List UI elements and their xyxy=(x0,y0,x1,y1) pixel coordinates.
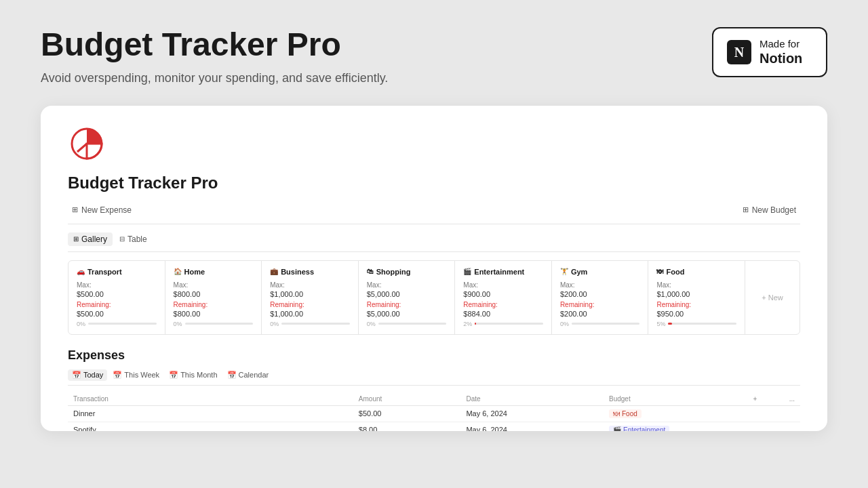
pie-chart-icon xyxy=(68,125,106,163)
col-header-more[interactable]: ... xyxy=(784,392,800,406)
budget-tag-entertainment: 🎬 Entertainment xyxy=(609,426,669,431)
table-row: Dinner $50.00 May 6, 2024 🍽 Food xyxy=(68,405,800,422)
budget-tag-food: 🍽 Food xyxy=(609,409,642,418)
budget-card-business: 💼 Business Max: $1,000.00 Remaining: $1,… xyxy=(262,261,359,334)
new-expense-icon: ⊞ xyxy=(72,205,78,214)
tab-table[interactable]: ⊟ Table xyxy=(114,232,153,246)
amount-cell: $8.00 xyxy=(353,422,461,431)
transaction-cell: Spotify xyxy=(68,422,353,431)
gallery-tabs-row: ⊞ Gallery ⊟ Table xyxy=(68,232,800,252)
notion-logo-icon: N xyxy=(727,40,751,64)
tab-gallery[interactable]: ⊞ Gallery xyxy=(68,232,113,246)
budget-card-shopping: 🛍 Shopping Max: $5,000.00 Remaining: $5,… xyxy=(359,261,456,334)
expense-tab-this-week[interactable]: 📅 This Week xyxy=(108,369,163,381)
col-header-budget: Budget xyxy=(604,392,748,406)
main-title: Budget Tracker Pro xyxy=(41,27,388,63)
new-budget-icon: ⊞ xyxy=(743,205,749,214)
entertainment-tag-icon: 🎬 xyxy=(613,426,621,431)
main-card: Budget Tracker Pro ⊞ New Expense ⊞ New B… xyxy=(41,106,827,431)
today-icon: 📅 xyxy=(72,371,81,380)
expense-tab-this-month[interactable]: 📅 This Month xyxy=(165,369,221,381)
page-icon xyxy=(68,125,800,165)
col-header-date: Date xyxy=(460,392,604,406)
budget-card-food: 🍽 Food Max: $1,000.00 Remaining: $950.00… xyxy=(648,261,745,334)
expense-tab-calendar[interactable]: 📅 Calendar xyxy=(223,369,273,381)
date-cell: May 6, 2024 xyxy=(460,405,604,422)
budget-cell: 🎬 Entertainment xyxy=(604,422,748,431)
page-header: Budget Tracker Pro Avoid overspending, m… xyxy=(0,0,868,99)
expense-table: Transaction Amount Date Budget + xyxy=(68,392,800,431)
table-icon: ⊟ xyxy=(119,235,125,243)
budget-card-home: 🏠 Home Max: $800.00 Remaining: $800.00 0… xyxy=(165,261,262,334)
week-icon: 📅 xyxy=(113,371,122,380)
budget-gallery: 🚗 Transport Max: $500.00 Remaining: $500… xyxy=(68,260,800,335)
home-icon: 🏠 xyxy=(174,268,182,275)
business-icon: 💼 xyxy=(270,268,278,275)
budget-card-entertainment: 🎬 Entertainment Max: $900.00 Remaining: … xyxy=(455,261,552,334)
shopping-icon: 🛍 xyxy=(367,268,374,275)
amount-cell: $50.00 xyxy=(353,405,461,422)
col-header-add[interactable]: + xyxy=(748,392,784,406)
budget-card-gym: 🏋 Gym Max: $200.00 Remaining: $200.00 0% xyxy=(552,261,649,334)
gym-icon: 🏋 xyxy=(560,268,568,275)
month-icon: 📅 xyxy=(169,371,178,380)
expense-tabs-row: 📅 Today 📅 This Week 📅 This Month 📅 Calen… xyxy=(68,369,800,386)
gallery-icon: ⊞ xyxy=(73,235,79,243)
new-budget-button[interactable]: ⊞ New Budget xyxy=(738,203,800,217)
food-tag-icon: 🍽 xyxy=(613,410,620,418)
table-row: Spotify $8.00 May 6, 2024 🎬 Entertainmen… xyxy=(68,422,800,431)
new-expense-button[interactable]: ⊞ New Expense xyxy=(68,203,136,217)
notion-badge-text: Made for Notion xyxy=(760,38,802,66)
food-icon: 🍽 xyxy=(656,268,663,275)
notion-badge: N Made for Notion xyxy=(712,27,827,77)
calendar-icon: 📅 xyxy=(227,371,237,380)
col-header-transaction: Transaction xyxy=(68,392,353,406)
col-header-amount: Amount xyxy=(353,392,461,406)
transport-icon: 🚗 xyxy=(77,268,85,275)
title-section: Budget Tracker Pro Avoid overspending, m… xyxy=(41,27,388,85)
subtitle: Avoid overspending, monitor your spendin… xyxy=(41,71,388,85)
transaction-cell: Dinner xyxy=(68,405,353,422)
card-page-title: Budget Tracker Pro xyxy=(68,174,800,192)
expenses-title: Expenses xyxy=(68,348,800,363)
date-cell: May 6, 2024 xyxy=(460,422,604,431)
action-row: ⊞ New Expense ⊞ New Budget xyxy=(68,203,800,224)
entertainment-icon: 🎬 xyxy=(463,268,471,275)
budget-cell: 🍽 Food xyxy=(604,405,748,422)
new-budget-card-button[interactable]: + New xyxy=(745,261,800,334)
notion-label: Notion xyxy=(760,50,802,66)
expense-tab-today[interactable]: 📅 Today xyxy=(68,369,107,381)
expenses-section: Expenses 📅 Today 📅 This Week 📅 This Mont… xyxy=(68,348,800,431)
budget-card-transport: 🚗 Transport Max: $500.00 Remaining: $500… xyxy=(68,261,165,334)
svg-line-1 xyxy=(77,144,87,152)
made-for-label: Made for xyxy=(760,38,802,50)
